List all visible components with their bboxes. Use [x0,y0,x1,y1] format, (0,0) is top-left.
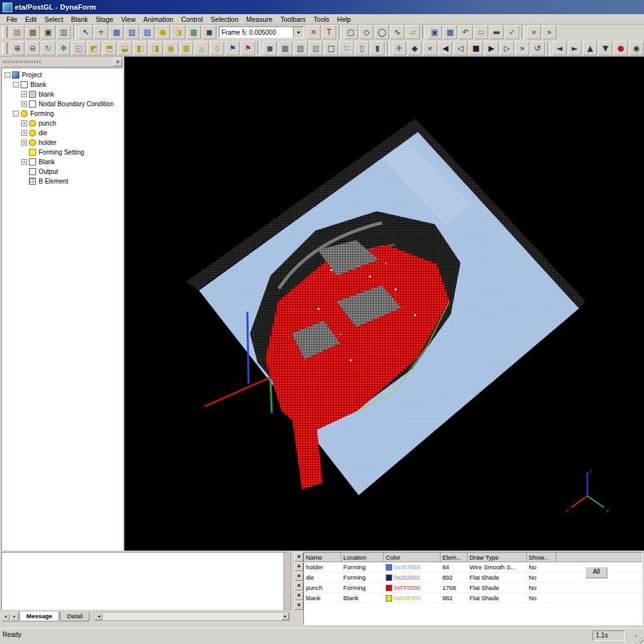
panel-drag-handle[interactable] [3,61,42,63]
part-show-flag[interactable]: No [527,594,556,601]
tree-expander[interactable]: - [5,72,10,78]
menu-item[interactable]: Measure [242,15,276,24]
material-icon[interactable]: ◑ [171,25,185,39]
parts-color-icon[interactable]: ▪ [294,591,303,600]
clipboard-icon[interactable]: ▯ [355,41,369,55]
column-header-show[interactable]: Show... [527,553,556,562]
tree-node[interactable]: + die [2,128,122,138]
tree-node[interactable]: Output [2,167,122,176]
menu-item[interactable]: Toolbars [276,15,310,24]
part-color-cell[interactable]: 0x202060 [384,574,440,581]
edges-icon[interactable]: □ [324,41,338,55]
bottom-view-icon[interactable]: ⬓ [118,41,132,55]
pan-left-icon[interactable]: ◄ [553,41,567,55]
redo-select-icon[interactable]: » [542,25,556,39]
top-view-icon[interactable]: ⬒ [102,41,117,55]
part-show-flag[interactable]: No [527,564,556,571]
toolbar-separator[interactable] [339,26,341,39]
toolbar-separator[interactable] [547,42,550,55]
play-icon[interactable]: ▶ [484,41,498,55]
select-displayed-icon[interactable]: ▦ [443,25,457,39]
part-draw-type[interactable]: Flat Shade [468,584,527,591]
message-horizontal-scrollbar[interactable]: ◄ ► [94,612,290,621]
message-tab[interactable]: Detail [60,612,90,621]
rotate-view-icon[interactable]: ↻ [41,41,55,55]
tree-node[interactable]: - Forming [2,109,122,118]
light-icon[interactable]: ● [156,25,170,39]
panel-collapse-icon[interactable]: ◂ [1,613,10,621]
menu-item[interactable]: Animation [140,15,178,24]
menu-item[interactable]: Blank [67,15,91,24]
tree-expander[interactable]: + [21,140,27,146]
scroll-left-icon[interactable]: ◄ [95,612,102,620]
menu-item[interactable]: Select [41,15,67,24]
exclude-icon[interactable]: ▬ [489,25,504,39]
vector-plot-icon[interactable]: ▨ [125,25,139,39]
pan-up-icon[interactable]: ▲ [583,41,597,55]
open-icon[interactable]: ▤ [10,25,24,39]
record-icon[interactable]: ● [614,41,628,55]
part-show-flag[interactable]: No [527,584,556,591]
front-view-icon[interactable]: ▣ [164,41,178,55]
toolbar-separator[interactable] [73,26,76,39]
left-view-icon[interactable]: ◧ [133,41,147,55]
select-all-icon[interactable]: ▣ [428,25,442,39]
parts-filter-icon[interactable]: ▪ [294,553,303,562]
select-polygon-icon[interactable]: ◇ [359,25,374,39]
tools-icon[interactable]: T [322,25,336,39]
menu-item[interactable]: File [3,15,21,24]
import-icon[interactable]: ▦ [26,25,40,39]
zoom-out-icon[interactable]: ⊖ [26,41,40,55]
tree-expander[interactable]: + [21,101,27,107]
print-icon[interactable]: ▥ [57,25,71,39]
back-view-icon[interactable]: ▩ [180,41,194,55]
clear-selection-icon[interactable]: ▭ [474,25,488,39]
tree-expander[interactable]: + [21,130,27,136]
zoom-in-icon[interactable]: ⊕ [10,41,24,55]
column-header-name[interactable]: Name [304,553,341,562]
tree-expander[interactable]: + [21,159,27,165]
tree-node[interactable]: B Element [2,176,122,186]
menu-item[interactable]: Stage [91,15,117,24]
select-circle-icon[interactable]: ◯ [375,25,389,39]
save-icon[interactable]: ▣ [41,25,55,39]
cursor-icon[interactable]: ↖ [79,25,93,39]
tree-expander[interactable]: + [21,91,27,97]
perspective-icon[interactable]: ◬ [194,41,209,55]
pan-down-icon[interactable]: ▼ [598,41,612,55]
pick-icon[interactable]: + [94,25,108,39]
column-header-elem[interactable]: Elem... [440,553,468,562]
pan-right-icon[interactable]: ► [568,41,582,55]
nodes-icon[interactable]: ∷ [339,41,354,55]
menu-item[interactable]: Edit [21,15,41,24]
mesh-icon[interactable]: ▩ [187,25,201,39]
iso-view-icon[interactable]: ◩ [87,41,101,55]
part-draw-type[interactable]: Flat Shade [468,594,527,601]
pan-view-icon[interactable]: ✥ [57,41,71,55]
parts-table-row[interactable]: blank Blank 0xE8E800 882 Flat Shade No [304,593,642,603]
close-icon[interactable]: × [113,58,122,66]
part-draw-type[interactable]: Wire Smooth S... [468,564,527,571]
frame-selector-combobox[interactable]: Frame 5: 0.005000 ▼ [219,26,304,38]
select-freehand-icon[interactable]: ∿ [390,25,404,39]
tree-node[interactable]: + punch [2,118,122,128]
tree-node[interactable]: + blank [2,90,122,99]
flag-red-icon[interactable]: ⚑ [241,41,255,55]
deform-plot-icon[interactable]: ▧ [140,25,155,39]
chevron-down-icon[interactable]: ▼ [293,27,303,37]
toolbar-separator[interactable] [387,42,390,55]
tree-node[interactable]: - Project [2,70,122,80]
graphics-viewport[interactable]: Z X Y [124,57,644,551]
parts-table-row[interactable]: punch Forming 0xFF0000 1768 Flat Shade N… [304,583,642,593]
menu-item[interactable]: Control [177,15,207,24]
all-parts-button[interactable]: All [585,567,607,578]
last-frame-icon[interactable]: » [515,41,529,55]
toolbar-separator[interactable] [422,26,425,39]
reject-last-icon[interactable]: ↶ [459,25,473,39]
confirm-icon[interactable]: ✓ [505,25,519,39]
part-color-cell[interactable]: 0xFF0000 [384,585,440,591]
contour-plot-icon[interactable]: ▦ [109,25,124,39]
snapshot-icon[interactable]: ◉ [629,41,643,55]
prev-frame-icon[interactable]: ◀ [439,41,453,55]
column-header-draw-type[interactable]: Draw Type [468,553,527,562]
